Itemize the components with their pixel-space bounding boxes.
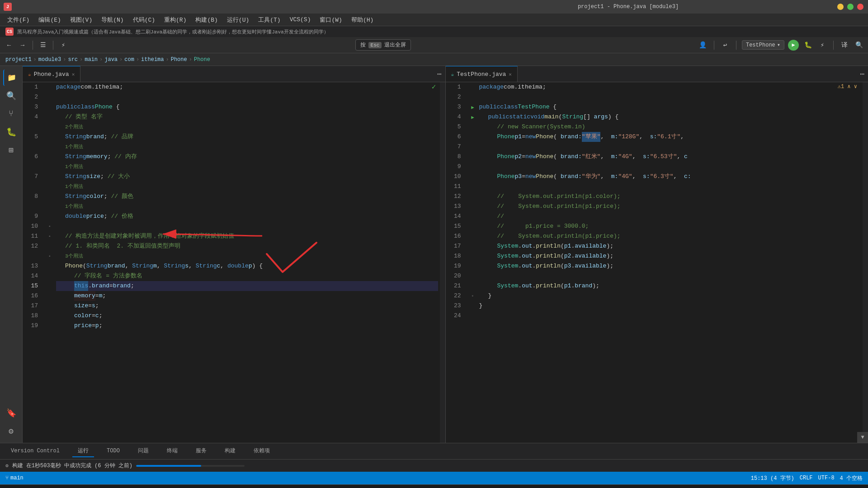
menu-code[interactable]: 代码(C) bbox=[129, 15, 159, 25]
run-button[interactable]: ▶ bbox=[788, 40, 799, 51]
menu-file[interactable]: 文件(F) bbox=[4, 15, 33, 25]
tab-version-control[interactable]: Version Control bbox=[5, 446, 65, 457]
tab-testphone-java[interactable]: ☕ TestPhone.java ✕ bbox=[446, 66, 518, 82]
tab-run[interactable]: 运行 bbox=[72, 445, 94, 457]
breadcrumb-sep4: › bbox=[99, 56, 103, 63]
title-bar-left: J bbox=[4, 3, 420, 11]
right-code-panel[interactable]: ⚠1 ∧ ∨ 1 2 3 4 5 6 7 8 9 10 11 12 13 14 bbox=[446, 82, 868, 443]
r-code-20 bbox=[479, 271, 867, 281]
activity-git[interactable]: ⑂ bbox=[3, 106, 19, 122]
breadcrumb-sep8: › bbox=[189, 56, 192, 63]
status-git[interactable]: ⑂ main bbox=[5, 475, 24, 481]
ln-7b: · bbox=[23, 182, 42, 192]
activity-bar: 📁 🔍 ⑂ 🐛 ⊞ 🔖 ⚙ bbox=[0, 66, 23, 443]
activity-bookmarks[interactable]: 🔖 bbox=[3, 405, 19, 421]
toolbar-user[interactable]: 👤 bbox=[698, 40, 708, 51]
breadcrumb-src[interactable]: src bbox=[68, 56, 78, 63]
tab-phone-java[interactable]: ☕ Phone.java ✕ bbox=[23, 66, 80, 82]
left-tab-more[interactable]: ⋯ bbox=[434, 66, 445, 82]
breadcrumb-com[interactable]: com bbox=[124, 56, 134, 63]
toolbar-btn3[interactable]: ⚡ bbox=[58, 40, 69, 51]
menu-view[interactable]: 视图(V) bbox=[66, 15, 96, 25]
code-line-7: String size; // 大小 bbox=[56, 172, 438, 182]
search-button[interactable]: 🔍 bbox=[854, 40, 864, 51]
menu-build[interactable]: 构建(B) bbox=[192, 15, 221, 25]
breadcrumb-project[interactable]: project1 bbox=[5, 56, 32, 63]
tab-todo[interactable]: TODO bbox=[101, 446, 125, 457]
ln-3: 3 bbox=[23, 102, 42, 112]
activity-search[interactable]: 🔍 bbox=[3, 88, 19, 104]
breadcrumb-phone-file[interactable]: Phone bbox=[171, 56, 187, 63]
menu-navigate[interactable]: 导航(N) bbox=[98, 15, 127, 25]
tab-services[interactable]: 服务 bbox=[190, 445, 212, 457]
breadcrumb-java[interactable]: java bbox=[104, 56, 118, 63]
r-code-13: // System.out.println(p1.price); bbox=[479, 202, 867, 211]
toolbar-back[interactable]: ← bbox=[4, 40, 14, 51]
menu-tools[interactable]: 工具(T) bbox=[255, 15, 284, 25]
tab-dependencies[interactable]: 依赖项 bbox=[248, 445, 275, 457]
toolbar-hamburger[interactable]: ☰ bbox=[38, 40, 48, 51]
toolbar-sep5 bbox=[833, 41, 834, 50]
right-tab-more[interactable]: ⋯ bbox=[856, 66, 868, 82]
menu-run[interactable]: 运行(U) bbox=[223, 15, 253, 25]
left-code-panel[interactable]: 1 2 3 4 · 5 · 6 · 7 · 8 · 9 10 11 12 bbox=[23, 82, 446, 443]
debug-button[interactable]: 🐛 bbox=[802, 40, 813, 51]
tab-problem[interactable]: 问题 bbox=[132, 445, 154, 457]
r-code-12: // System.out.println(p1.color); bbox=[479, 192, 867, 202]
menu-bar: 文件(F) 编辑(E) 视图(V) 导航(N) 代码(C) 重构(R) 构建(B… bbox=[0, 14, 868, 26]
run-gutter-4[interactable]: ▶ bbox=[471, 114, 474, 120]
profile-button[interactable]: ⚡ bbox=[817, 40, 828, 51]
status-encoding[interactable]: UTF-8 bbox=[818, 475, 835, 481]
tab-terminal[interactable]: 终端 bbox=[161, 445, 183, 457]
breadcrumb-itheima[interactable]: itheima bbox=[141, 56, 164, 63]
menu-help[interactable]: 帮助(H) bbox=[348, 15, 377, 25]
left-scrollbar[interactable] bbox=[440, 82, 445, 443]
tab-testphone-close[interactable]: ✕ bbox=[509, 71, 512, 77]
status-indent[interactable]: 4 个空格 bbox=[840, 474, 863, 482]
code-line-16: memory = m; bbox=[56, 291, 438, 301]
ln-15: 15 bbox=[23, 281, 42, 291]
main-layout: 📁 🔍 ⑂ 🐛 ⊞ 🔖 ⚙ ☕ Phone.java ✕ ⋯ ☕ bbox=[0, 66, 868, 443]
build-icon: ⚙ bbox=[5, 463, 9, 469]
activity-explorer[interactable]: 📁 bbox=[3, 70, 19, 86]
code-line-8: String color; // 颜色 bbox=[56, 192, 438, 202]
status-crlf[interactable]: CRLF bbox=[800, 475, 813, 481]
scroll-down-arrow[interactable]: ▼ bbox=[857, 432, 868, 443]
maximize-button[interactable] bbox=[847, 4, 854, 10]
right-code-content[interactable]: package com.itheima; public class TestPh… bbox=[477, 82, 868, 443]
breadcrumb-module[interactable]: module3 bbox=[38, 56, 61, 63]
right-line-numbers: 1 2 3 4 5 6 7 8 9 10 11 12 13 14 15 16 1 bbox=[446, 82, 468, 443]
r-code-21: System.out.println(p1.brand); bbox=[479, 281, 867, 291]
menu-edit[interactable]: 编辑(E) bbox=[35, 15, 64, 25]
close-button[interactable] bbox=[857, 4, 863, 10]
right-scrollbar-track[interactable] bbox=[863, 82, 868, 443]
activity-extensions[interactable]: ⊞ bbox=[3, 142, 19, 158]
code-line-2 bbox=[56, 92, 438, 102]
status-line-col[interactable]: 15:13 (4 字节) bbox=[751, 474, 794, 482]
toolbar-sep2 bbox=[53, 41, 53, 50]
code-line-3: public class Phone { bbox=[56, 102, 438, 112]
menu-vcs[interactable]: VCS(S) bbox=[286, 15, 315, 24]
activity-debug[interactable]: 🐛 bbox=[3, 124, 19, 140]
r-code-6: Phone p1 = new Phone( brand: "苹果", m: "1… bbox=[479, 132, 867, 142]
minimize-button[interactable] bbox=[837, 4, 844, 10]
r-code-10: Phone p3 = new Phone( brand: "华为", m: "4… bbox=[479, 172, 867, 182]
r-code-17: System.out.println(p1.available); bbox=[479, 241, 867, 251]
run-config-dropdown[interactable]: TestPhone ▾ bbox=[742, 40, 784, 50]
menu-refactor[interactable]: 重构(R) bbox=[160, 15, 190, 25]
breadcrumb-phone-class[interactable]: Phone bbox=[194, 56, 210, 63]
r-code-23: } bbox=[479, 301, 867, 311]
ln-14: 14 bbox=[23, 271, 42, 281]
ln-2: 2 bbox=[23, 92, 42, 102]
activity-settings[interactable]: ⚙ bbox=[3, 423, 19, 439]
breadcrumb-main[interactable]: main bbox=[85, 56, 98, 63]
menu-window[interactable]: 窗口(W) bbox=[316, 15, 345, 25]
toolbar-forward[interactable]: → bbox=[17, 40, 28, 51]
left-code-content[interactable]: ✓ package com.itheima; public class Phon… bbox=[54, 82, 440, 443]
toolbar-undo[interactable]: ↩ bbox=[720, 40, 731, 51]
tab-build[interactable]: 构建 bbox=[219, 445, 241, 457]
warning-indicator: ⚠1 ∧ ∨ bbox=[838, 83, 857, 90]
run-gutter-3[interactable]: ▶ bbox=[471, 104, 474, 110]
translate-button[interactable]: 译 bbox=[839, 40, 850, 51]
tab-phone-close[interactable]: ✕ bbox=[72, 71, 75, 77]
